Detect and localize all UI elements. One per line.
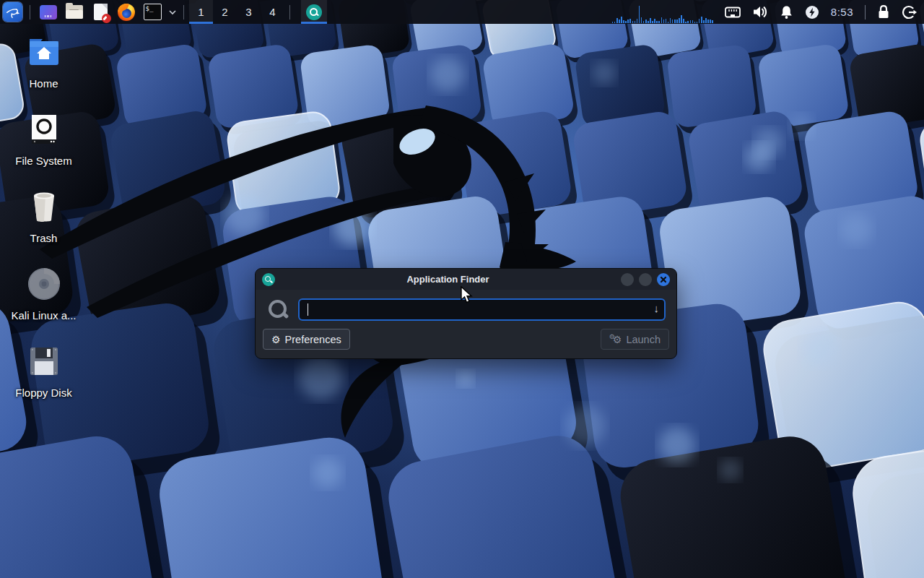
search-icon [266,298,290,322]
panel-separator [289,5,290,20]
logout-icon[interactable] [902,5,917,20]
desktop-icon-label: Home [29,77,58,90]
desktop-icon-column: Home File System Trash [9,33,79,420]
close-icon [657,273,670,286]
desktop-icon-floppy-disk[interactable]: Floppy Disk [9,342,79,420]
preferences-button-label: Preferences [285,334,341,345]
kali-logo-icon [3,2,22,22]
chevron-down-icon [168,9,177,15]
launcher-text-editor[interactable] [90,0,111,24]
home-folder-icon [27,33,61,71]
panel-separator [30,5,30,20]
preferences-button[interactable]: ⚙ Preferences [263,329,350,350]
workspace-button-4[interactable]: 4 [261,0,284,24]
desktop-icon-label: Kali Linux a... [11,309,76,322]
drive-icon [28,111,60,148]
desktop-icon-kali-linux-cd[interactable]: Kali Linux a... [9,265,79,342]
desktop-icon-label: Trash [30,232,58,244]
launch-button-label: Launch [626,334,661,345]
text-editor-icon [94,4,108,20]
desktop-icon-label: Floppy Disk [15,387,71,399]
dashboard-icon [40,5,57,20]
top-panel: $_ 1 2 3 4 [0,0,924,24]
titlebar[interactable]: Application Finder [256,269,676,290]
maximize-button[interactable] [639,273,652,286]
desktop-icon-file-system[interactable]: File System [9,111,79,188]
cd-disc-icon [27,265,61,303]
gear-icon: ⚙ [271,335,281,345]
launcher-firefox[interactable] [116,0,137,24]
search-input[interactable] [298,298,666,321]
application-finder-icon [306,4,322,20]
launcher-file-manager[interactable] [64,0,85,24]
taskbar-application-finder-button[interactable] [301,0,327,24]
workspace-button-3[interactable]: 3 [237,0,261,24]
workspace-button-2[interactable]: 2 [213,0,237,24]
power-manager-icon[interactable] [805,5,819,20]
close-button[interactable] [657,273,670,286]
gears-icon: ⚙⚙ [609,333,622,345]
clock[interactable]: 8:53 [831,6,853,18]
desktop-icon-trash[interactable]: Trash [9,188,79,265]
launcher-dropdown-button[interactable] [167,0,178,24]
trash-icon [28,188,60,225]
floppy-disk-icon [28,342,60,380]
cpu-usage-graph[interactable] [612,0,713,24]
lock-icon[interactable] [877,4,890,20]
panel-separator [183,5,184,20]
launcher-terminal[interactable]: $_ [141,0,163,24]
file-manager-icon [66,5,83,19]
application-finder-window: Application Finder ↓ ⚙ Preferences ⚙⚙ La… [255,268,677,359]
applications-menu-button[interactable] [0,0,25,24]
panel-separator [865,5,866,20]
network-icon[interactable] [725,7,741,18]
firefox-icon [118,4,135,21]
minimize-button[interactable] [621,273,634,286]
launcher-dashboard[interactable] [38,0,59,24]
window-title: Application Finder [275,274,621,285]
workspace-button-1[interactable]: 1 [189,0,213,24]
launch-button[interactable]: ⚙⚙ Launch [601,329,669,350]
window-icon-application-finder [262,273,275,286]
volume-icon[interactable] [752,5,768,19]
desktop-icon-label: File System [15,155,71,167]
terminal-icon: $_ [144,4,162,20]
notifications-bell-icon[interactable] [780,5,793,20]
desktop-icon-home[interactable]: Home [9,33,79,111]
text-caret [308,303,308,316]
